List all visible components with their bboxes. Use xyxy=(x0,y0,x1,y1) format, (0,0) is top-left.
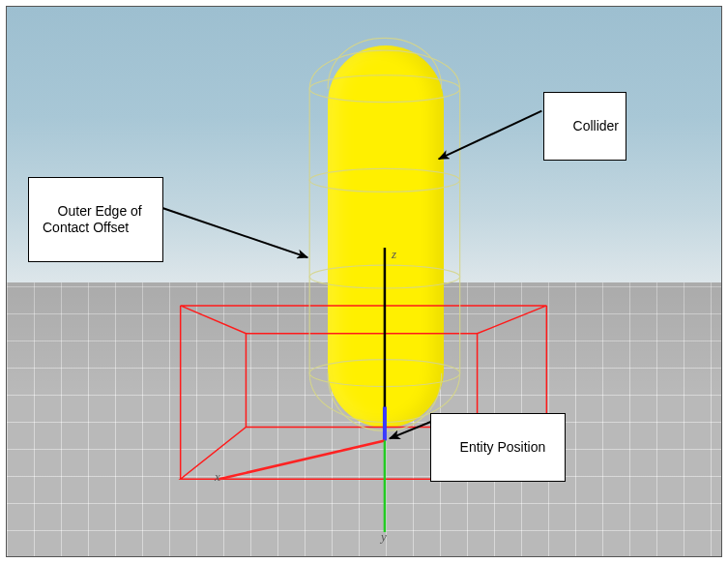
capsule-collider xyxy=(328,45,444,428)
axis-label-z: z xyxy=(392,247,396,262)
label-contact-offset-text: Outer Edge of Contact Offset xyxy=(43,203,142,236)
axis-label-y: y xyxy=(381,529,387,545)
label-collider: Collider xyxy=(543,92,626,161)
label-entity-position: Entity Position xyxy=(430,413,566,482)
label-contact-offset: Outer Edge of Contact Offset xyxy=(28,177,163,262)
diagram-frame: x y z Collider Outer Edge of Contact Off… xyxy=(6,6,722,557)
axis-label-x: x xyxy=(215,469,220,485)
label-collider-text: Collider xyxy=(573,118,619,133)
label-entity-position-text: Entity Position xyxy=(460,439,546,455)
